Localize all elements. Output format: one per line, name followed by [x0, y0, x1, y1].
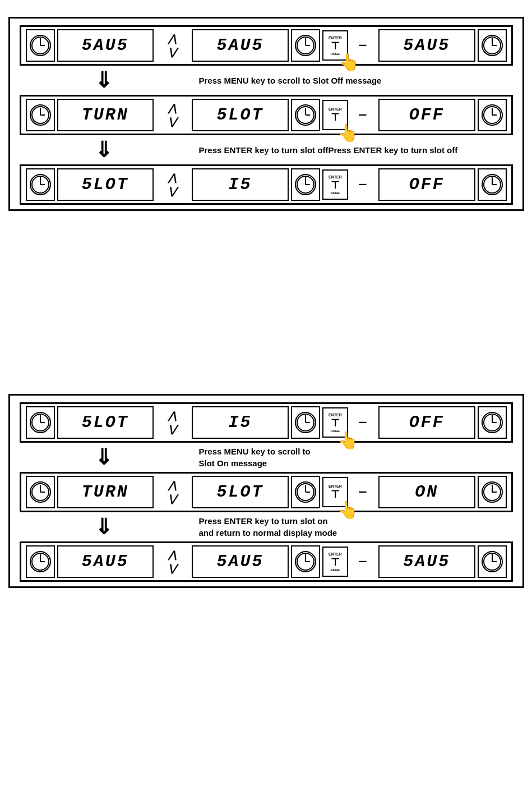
panel2-clock3 [478, 99, 507, 131]
arrow-annotation-4: ⇓ Press ENTER key to turn slot onand ret… [20, 515, 513, 539]
clock-icon-9 [482, 174, 503, 195]
svg-point-21 [297, 176, 314, 193]
panel3-text1: 5LOT [57, 168, 154, 201]
panel6-text1: 5AU5 [57, 545, 154, 578]
svg-point-18 [32, 176, 49, 193]
panel1-arrows: ⋀ ⋁ [156, 29, 189, 62]
svg-point-33 [484, 414, 501, 431]
arrow-down-3: ⇓ [20, 445, 188, 470]
panel4-text2: I5 [192, 406, 289, 439]
svg-point-27 [32, 414, 49, 431]
panel6-clock3 [478, 545, 507, 578]
panel5-clock2 [291, 476, 320, 508]
clock-icon-16 [30, 551, 51, 572]
clock-icon-6 [482, 104, 503, 126]
panel5-display: TURN ⋀ ⋁ 5LOT [20, 472, 513, 512]
section2-outer-box: 5LOT ⋀ ⋁ I5 [8, 394, 524, 588]
arrow-down-4: ⇓ [20, 515, 188, 539]
panel2-arrows: ⋀ ⋁ [156, 99, 189, 131]
panel4-clock3 [478, 406, 507, 439]
panel1-text3: 5AU5 [378, 29, 475, 62]
clock-icon-4 [30, 104, 51, 126]
panel3-clock1 [26, 168, 55, 201]
svg-point-24 [484, 176, 501, 193]
panel5-enter-cell: ENTER ⊤ 👆 [322, 477, 348, 507]
section1-outer-box: 5AU5 ⋀ ⋁ 5AU5 [8, 17, 524, 211]
panel4-text1: 5LOT [57, 406, 154, 439]
clock-icon-14 [295, 481, 316, 503]
arrow-annotation-2: ⇓ Press ENTER key to turn slot offPress … [20, 137, 513, 162]
panel4-arrows: ⋀ ⋁ [156, 406, 189, 439]
clock-icon-8 [295, 174, 316, 195]
panel4-text3: OFF [378, 406, 475, 439]
svg-point-39 [297, 484, 314, 500]
panel3-clock3 [478, 168, 507, 201]
panel1-text1: 5AU5 [57, 29, 154, 62]
panel1-clock2 [291, 29, 320, 62]
panel5-clock3 [478, 476, 507, 508]
arrow-down-1: ⇓ [20, 68, 188, 93]
panel3-text3: OFF [378, 168, 475, 201]
panel2-enter-cell: ENTER ⊤ 👆 [322, 100, 348, 130]
panel4-clock2 [291, 406, 320, 439]
panel1-display: 5AU5 ⋀ ⋁ 5AU5 [20, 25, 513, 66]
clock-icon-1 [30, 35, 51, 56]
panel5-text2: 5LOT [192, 476, 289, 508]
panel2-text1: TURN [57, 99, 154, 131]
clock-icon-13 [30, 481, 51, 503]
svg-point-12 [297, 107, 314, 123]
panel6-text2: 5AU5 [192, 545, 289, 578]
panel5-clock1 [26, 476, 55, 508]
clock-icon-12 [482, 412, 503, 433]
clock-icon-3 [482, 35, 503, 56]
finger-cursor-2: 👆 [337, 123, 358, 143]
clock-icon-18 [482, 551, 503, 572]
clock-icon-15 [482, 481, 503, 503]
clock-icon-11 [295, 412, 316, 433]
panel1-enter-cell: ENTER ⊤ PAGE 👆 [322, 30, 348, 61]
svg-point-51 [484, 553, 501, 570]
svg-point-0 [32, 37, 49, 54]
finger-cursor-4: 👆 [337, 500, 358, 520]
panel6-text3: 5AU5 [378, 545, 475, 578]
panel5-arrows: ⋀ ⋁ [156, 476, 189, 508]
svg-point-9 [32, 107, 49, 123]
panel6-display: 5AU5 ⋀ ⋁ 5AU5 [20, 541, 513, 582]
panel5-text3: ON [378, 476, 475, 508]
svg-point-36 [32, 484, 49, 500]
panel6-clock1 [26, 545, 55, 578]
panel3-enter-key: ENTER ⊤ PAGE [322, 169, 348, 200]
svg-point-15 [484, 107, 501, 123]
panel3-clock2 [291, 168, 320, 201]
panel2-clock1 [26, 99, 55, 131]
panel4-enter-cell: ENTER ⊤ PAGE 👆 [322, 407, 348, 438]
panel1-text2: 5AU5 [192, 29, 289, 62]
svg-point-6 [484, 37, 501, 54]
finger-cursor-1: 👆 [339, 52, 359, 72]
arrow-down-2: ⇓ [20, 137, 188, 162]
panel1-clock3 [478, 29, 507, 62]
page-container: 5AU5 ⋀ ⋁ 5AU5 [11, 11, 521, 591]
clock-icon-7 [30, 174, 51, 195]
annotation-text-1: Press MENU key to scroll to Slot Off mes… [188, 75, 513, 86]
panel3-display: 5LOT ⋀ ⋁ I5 [20, 164, 513, 205]
arrow-annotation-3: ⇓ Press MENU key to scroll toSlot On mes… [20, 445, 513, 470]
panel2-clock2 [291, 99, 320, 131]
panel2-text3: OFF [378, 99, 475, 131]
panel2-text2: 5LOT [192, 99, 289, 131]
panel3-dash: — [350, 168, 376, 201]
annotation-text-2: Press ENTER key to turn slot offPress EN… [188, 144, 513, 156]
svg-point-42 [484, 484, 501, 500]
panel4-clock1 [26, 406, 55, 439]
panel3-arrows: ⋀ ⋁ [156, 168, 189, 201]
panel3-text2: I5 [192, 168, 289, 201]
panel5-text1: TURN [57, 476, 154, 508]
panel2-display: TURN ⋀ ⋁ 5LOT [20, 95, 513, 135]
panel1-clock1 [26, 29, 55, 62]
finger-cursor-3: 👆 [337, 430, 358, 450]
svg-point-45 [32, 553, 49, 570]
svg-point-48 [297, 553, 314, 570]
clock-icon-5 [295, 104, 316, 126]
arrow-annotation-1: ⇓ Press MENU key to scroll to Slot Off m… [20, 68, 513, 93]
panel4-display: 5LOT ⋀ ⋁ I5 [20, 402, 513, 443]
